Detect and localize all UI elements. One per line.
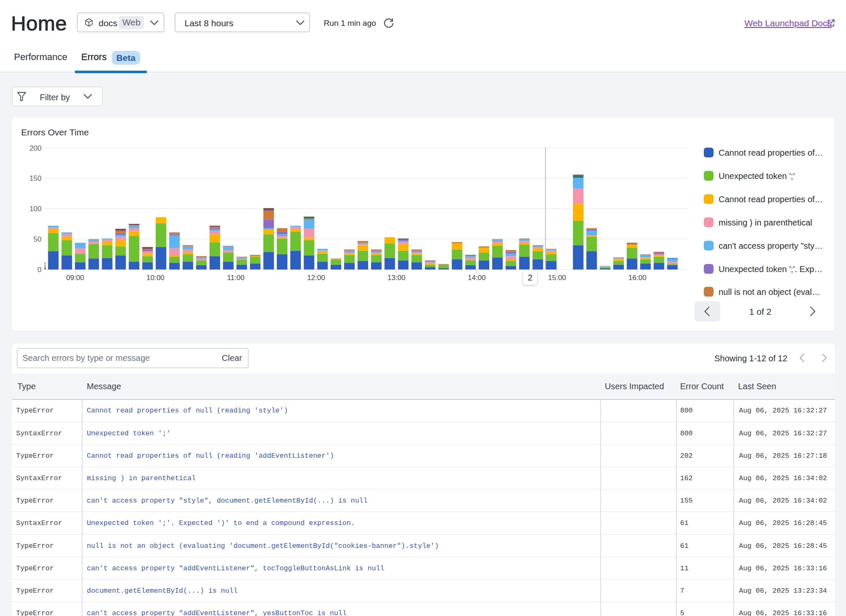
svg-text:200: 200 [30,144,41,152]
svg-text:0: 0 [38,266,41,274]
svg-text:13:00: 13:00 [387,274,405,282]
svg-text:11:00: 11:00 [227,274,244,282]
svg-text:14:00: 14:00 [468,274,486,282]
svg-text:150: 150 [30,174,41,182]
svg-text:16:00: 16:00 [628,274,647,282]
svg-text:15:00: 15:00 [548,274,566,282]
svg-text:10:00: 10:00 [146,274,165,282]
svg-text:09:00: 09:00 [66,274,84,282]
svg-text:50: 50 [33,235,41,243]
svg-text:12:00: 12:00 [307,274,325,282]
svg-text:100: 100 [30,205,41,213]
